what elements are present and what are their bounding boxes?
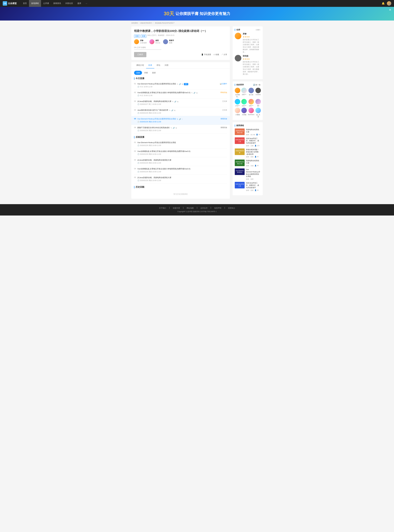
teachers-nav[interactable]: ‹ 1/10 › <box>255 29 260 31</box>
banner-close-button[interactable]: ✕ <box>389 8 391 11</box>
copy-icon[interactable]: ⧉ <box>177 101 178 103</box>
teacher-info-2: 凌荷 班主任 <box>156 39 160 44</box>
lesson-time: 🕐 2020/02/26 周四 10:00-11:00 <box>137 162 227 164</box>
tab-intro[interactable]: 课程介绍 <box>134 62 146 68</box>
lesson-name[interactable]: Vue Element+Node.js开发企业通用管理后台系统 <box>137 118 176 120</box>
rec-thumb: 高级电商全线系统大课 <box>235 160 245 166</box>
lesson-status[interactable]: 查看回放 <box>221 126 227 129</box>
link-icon[interactable]: 🔗 <box>171 110 173 111</box>
rec-course-item[interactable]: Vue Element管理后台 Vue Element+Node.js开发企业通… <box>235 168 260 180</box>
rec-course-item[interactable]: 高级电商全线系统大课 高级电商全线系统大课 讲师：冷雄👤 40 <box>235 160 260 167</box>
teacher-name-1: 罗静 <box>140 39 147 42</box>
rec-course-item[interactable]: 玩转Java开发工具 玩转Java开发工具，精通JUC，成为开发多面手 讲师：王… <box>235 137 260 147</box>
edit-icon[interactable]: ✎ <box>177 118 178 120</box>
link-icon[interactable]: 🔗 <box>174 101 176 103</box>
lesson-status[interactable]: 查看回放 <box>221 118 227 120</box>
footer-links: 关于我们 加盟代理 网站地图 合作伙伴 免责声明 招贤纳士 <box>3 207 391 209</box>
notification-bell[interactable]: 🔔 <box>382 2 385 5</box>
teachers-card-title: 名师 ‹ 1/10 › <box>235 29 260 31</box>
nav-item-qa[interactable]: 问答社区 <box>63 0 75 7</box>
lesson-name[interactable]: 从Java后端到全栈、高级电商全栈系统大课 <box>137 159 227 161</box>
classmate-item[interactable]: 1867** <box>248 99 254 107</box>
classmate-item[interactable]: Bill <box>255 99 261 107</box>
refresh-classmates-button[interactable]: 🔄 换一换 <box>253 84 260 86</box>
copy-icon[interactable]: ↑ <box>182 118 183 120</box>
classmate-item-charles[interactable]: Charles <box>255 88 261 98</box>
lesson-name[interactable]: Vue Element+Node.js开发企业通用管理后台系统 <box>137 141 227 144</box>
sub-tab-offline[interactable]: 面授 <box>150 71 158 75</box>
rec-course-item[interactable]: 玩转Java开发工具 玩转Java开发工具，精通JUC，成为开发多面手 讲师：岱… <box>235 182 260 191</box>
copy-icon[interactable]: ⧉ <box>196 92 197 94</box>
lesson-name[interactable]: Vue Element+Node.js开发企业通用管理后台系统 <box>137 83 176 85</box>
material-badge[interactable]: 资料 <box>184 83 188 85</box>
logo[interactable]: 云朵 云朵课堂 <box>3 1 17 6</box>
lesson-name[interactable]: 跟随千万级项目从0到100全过程高效成长 <box>137 126 170 129</box>
link-icon[interactable]: 🔗 <box>179 83 181 85</box>
footer-link-disclaimer[interactable]: 免责声明 <box>214 207 221 209</box>
classmates-card-title: 你的同学 🔄 换一换 <box>235 83 260 86</box>
lesson-name[interactable]: Java项目面试实操 提升大厂面试成功率 <box>137 109 168 111</box>
link-icon[interactable]: 🔗 <box>193 92 196 94</box>
link-icon[interactable]: 🔗 <box>173 127 175 129</box>
classmate-item[interactable]: 1567** <box>241 99 247 107</box>
lesson-num: 06 <box>134 126 137 129</box>
footer-link-partners[interactable]: 合作伙伴 <box>200 207 207 209</box>
rec-course-item[interactable]: 前端全栈加强版 前端全栈加强版！前端全栈+全周期+多维应用 讲师：岱田👤 56 <box>235 148 260 158</box>
teacher-name-3: 青青平 <box>169 39 174 42</box>
copy-icon[interactable]: ⧉ <box>176 127 177 129</box>
classmate-item[interactable]: 化学教书... <box>235 88 240 98</box>
edit-icon[interactable]: ✎ <box>172 101 173 103</box>
classmate-item[interactable]: 1567** <box>241 88 247 98</box>
nav-item-news[interactable]: 新闻资讯 <box>51 0 63 7</box>
edit-icon[interactable]: ✎ <box>171 127 172 129</box>
nav-item-open[interactable]: 公开课 <box>41 0 51 7</box>
collect-button[interactable]: ☆ 收藏 <box>213 53 219 56</box>
footer-link-sitemap[interactable]: 网站地图 <box>187 207 194 209</box>
classmate-item[interactable]: qq_天涯 <box>255 108 261 118</box>
right-column: 名师 ‹ 1/10 › 罗静 ★★★★ 国内某重点大学安全工程专业硕士，国家一级… <box>233 26 263 199</box>
mobile-watch-button[interactable]: 📱 手机观看 <box>201 53 211 56</box>
lesson-info: Vue Element+Node.js开发企业通用管理后台系统 ✎ 🔗 ↑ 🕐 … <box>137 118 218 123</box>
classmate-item[interactable]: 1767** <box>235 99 240 107</box>
share-button[interactable]: ↗ 分享 <box>221 53 227 56</box>
lesson-time: 🕐 今日 10:00-11:00 <box>137 86 218 88</box>
lesson-name[interactable]: 从Java后端到全栈、高级电商全栈系统大课 <box>137 176 227 179</box>
rec-thumb: 高级电商全线系统大课 <box>235 129 245 135</box>
buy-button[interactable]: 已购买 <box>134 52 146 57</box>
lesson-name[interactable]: 从Java后端到全栈、高级电商全栈系统大课 <box>137 100 171 103</box>
edit-icon[interactable]: ✎ <box>177 83 178 85</box>
footer-link-agency[interactable]: 加盟代理 <box>173 207 180 209</box>
nav-item-courses[interactable]: 发现课程 <box>29 0 41 7</box>
lesson-name[interactable]: Vue全家桶实战 从零独立开发企业级小米电商系统(免费升级Vue3.0) <box>137 150 227 153</box>
lesson-time: 🕐 今日 10:00-11:00 <box>137 94 218 97</box>
tab-reviews[interactable]: 评论 <box>154 62 162 68</box>
lesson-name[interactable]: Vue全家桶实战 从零独立开发企业级小米电商系统(免费升级Vue3.0) <box>137 91 190 94</box>
footer-link-recruit[interactable]: 招贤纳士 <box>228 207 235 209</box>
rec-course-item[interactable]: 高级电商全线系统大课 高级电商全线系统大课 讲师：张小锋👤 34 <box>235 129 260 136</box>
lesson-info: Vue全家桶实战 从零独立开发企业级小米电商系统(免费升级Vue3.0) 🕐 2… <box>137 168 227 173</box>
nav-item-more[interactable]: ··· <box>83 0 89 7</box>
classmate-item[interactable]: Summers <box>248 108 254 118</box>
copy-icon[interactable]: ⧉ <box>174 110 175 111</box>
user-avatar[interactable] <box>387 1 391 6</box>
breadcrumb-link-courses[interactable]: 发现课程 <box>131 22 138 24</box>
nav-item-problems[interactable]: 题库 <box>75 0 83 7</box>
breadcrumb-link-series[interactable]: 新媒体营销系列 <box>140 22 152 24</box>
sub-tab-replay[interactable]: 录播 <box>142 71 150 75</box>
navigation: 云朵 云朵课堂 首页 发现课程 公开课 新闻资讯 问答社区 题库 ··· 🔔 <box>0 0 394 7</box>
tab-catalog[interactable]: 目录 <box>146 62 154 68</box>
teacher-card-info-2: 宋利坚 ★★★★ 国内某重点大学安全工程专业硕士，国家一级注册消防工程师、注册安… <box>243 55 260 75</box>
tab-qa[interactable]: 问答 <box>162 62 171 68</box>
classmate-item[interactable]: 大笨狼 <box>241 108 247 118</box>
lesson-name[interactable]: Vue全家桶实战 从零独立开发企业级小米电商系统(免费升级Vue3.0) <box>137 168 227 170</box>
footer-link-about[interactable]: 关于我们 <box>159 207 166 209</box>
link-icon[interactable]: 🔗 <box>179 118 181 120</box>
copy-icon[interactable]: ⧉ <box>182 83 183 85</box>
classmate-item[interactable]: 小熊熊 <box>235 108 240 118</box>
classmate-item[interactable]: 张小田 <box>248 88 254 98</box>
edit-icon[interactable]: ✎ <box>169 110 171 111</box>
edit-icon[interactable]: ✎ <box>191 92 193 94</box>
sub-tab-live[interactable]: 直播 <box>134 71 142 75</box>
classmate-name: Charles <box>256 94 261 95</box>
nav-item-home[interactable]: 首页 <box>21 0 29 7</box>
